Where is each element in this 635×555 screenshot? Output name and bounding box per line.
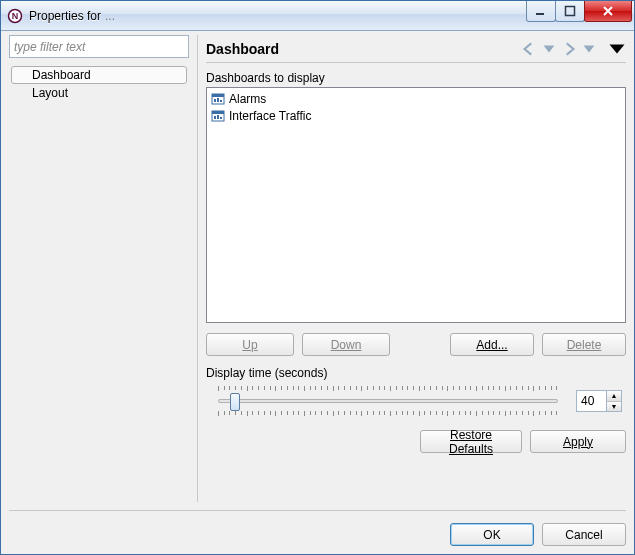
display-time-label: Display time (seconds) <box>206 366 626 380</box>
dropdown-forward-icon[interactable] <box>580 40 598 58</box>
cancel-button[interactable]: Cancel <box>542 523 626 546</box>
slider-thumb-icon[interactable] <box>230 393 240 411</box>
nav-forward-icon[interactable] <box>560 40 578 58</box>
svg-rect-3 <box>566 6 575 15</box>
svg-rect-7 <box>217 98 219 102</box>
close-button[interactable] <box>584 1 632 22</box>
svg-rect-12 <box>217 115 219 119</box>
dashboard-icon <box>211 92 225 106</box>
svg-rect-11 <box>214 116 216 119</box>
down-button[interactable]: Down <box>302 333 390 356</box>
filter-input[interactable] <box>9 35 189 58</box>
dropdown-back-icon[interactable] <box>540 40 558 58</box>
display-time-slider[interactable] <box>210 386 566 416</box>
preference-tree[interactable]: Dashboard Layout <box>9 62 189 502</box>
nav-back-icon[interactable] <box>520 40 538 58</box>
spinner-up-icon[interactable]: ▲ <box>607 391 621 401</box>
view-menu-icon[interactable] <box>608 40 626 58</box>
page-title: Dashboard <box>206 41 279 57</box>
restore-defaults-button[interactable]: Restore Defaults <box>420 430 522 453</box>
minimize-button[interactable] <box>526 1 556 22</box>
up-button[interactable]: Up <box>206 333 294 356</box>
client-area: Dashboard Layout Dashboard <box>1 31 634 554</box>
right-pane: Dashboard <box>206 35 626 502</box>
svg-rect-10 <box>212 111 224 114</box>
dashboards-list[interactable]: Alarms Interface Traffic <box>206 87 626 323</box>
list-item[interactable]: Interface Traffic <box>209 107 623 124</box>
titlebar[interactable]: N Properties for ... <box>1 1 634 31</box>
svg-rect-13 <box>220 117 222 119</box>
display-time-row: ▲ ▼ <box>206 386 626 416</box>
svg-rect-8 <box>220 100 222 102</box>
footer: OK Cancel <box>9 523 626 546</box>
display-time-spinner[interactable]: ▲ ▼ <box>576 390 622 412</box>
apply-button[interactable]: Apply <box>530 430 626 453</box>
tree-item-label: Dashboard <box>32 68 91 82</box>
maximize-button[interactable] <box>555 1 585 22</box>
ok-button[interactable]: OK <box>450 523 534 546</box>
list-item[interactable]: Alarms <box>209 90 623 107</box>
delete-button[interactable]: Delete <box>542 333 626 356</box>
svg-rect-2 <box>536 13 544 15</box>
window-title: Properties for <box>29 9 101 23</box>
list-label: Dashboards to display <box>206 71 626 85</box>
list-item-label: Alarms <box>229 92 266 106</box>
add-button[interactable]: Add... <box>450 333 534 356</box>
svg-rect-6 <box>214 99 216 102</box>
left-pane: Dashboard Layout <box>9 35 189 502</box>
svg-rect-5 <box>212 94 224 97</box>
window-title-faded: ... <box>105 9 115 23</box>
display-time-input[interactable] <box>576 390 606 412</box>
tree-item-layout[interactable]: Layout <box>11 84 187 102</box>
list-item-label: Interface Traffic <box>229 109 311 123</box>
dashboard-icon <box>211 109 225 123</box>
horizontal-separator <box>9 510 626 511</box>
tree-item-dashboard[interactable]: Dashboard <box>11 66 187 84</box>
spinner-down-icon[interactable]: ▼ <box>607 401 621 412</box>
svg-text:N: N <box>12 11 19 21</box>
properties-dialog: N Properties for ... Dashboard <box>0 0 635 555</box>
app-icon: N <box>7 8 23 24</box>
vertical-separator <box>197 35 198 502</box>
tree-item-label: Layout <box>32 86 68 100</box>
window-buttons <box>527 1 632 22</box>
list-button-bar: Up Down Add... Delete <box>206 333 626 356</box>
page-header: Dashboard <box>206 35 626 63</box>
